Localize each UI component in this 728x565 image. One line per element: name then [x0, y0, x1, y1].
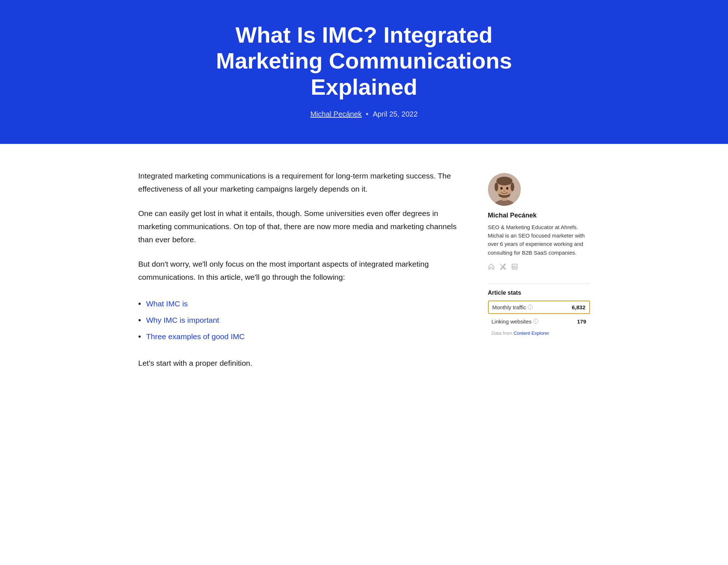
page-title: What Is IMC? Integrated Marketing Commun… [200, 22, 528, 100]
list-item: Three examples of good IMC [138, 328, 459, 345]
hero-meta: Michal Pecánek April 25, 2022 [29, 110, 699, 118]
monthly-traffic-label: Monthly traffic i [492, 304, 533, 310]
monthly-traffic-info-icon[interactable]: i [528, 305, 533, 310]
meta-dot [366, 113, 368, 115]
author-bio: SEO & Marketing Educator at Ahrefs. Mich… [488, 223, 590, 257]
publish-date: April 25, 2022 [373, 110, 417, 118]
linking-websites-row: Linking websites i 179 [488, 315, 590, 327]
author-avatar-image [488, 173, 521, 206]
article-paragraph-1: Integrated marketing communications is a… [138, 169, 459, 195]
article-closing: Let's start with a proper definition. [138, 357, 459, 370]
list-item: What IMC is [138, 295, 459, 312]
monthly-traffic-value: 6,832 [572, 304, 586, 310]
linkedin-icon[interactable] [511, 263, 518, 272]
home-icon[interactable] [488, 263, 495, 272]
article-paragraph-2: One can easily get lost in what it entai… [138, 207, 459, 246]
svg-point-5 [495, 183, 498, 191]
sidebar: Michal Pecánek SEO & Marketing Educator … [488, 169, 590, 381]
article-stats-title: Article stats [488, 290, 590, 296]
svg-point-4 [496, 177, 512, 185]
monthly-traffic-row: Monthly traffic i 6,832 [488, 301, 590, 314]
svg-point-8 [506, 187, 508, 189]
author-link[interactable]: Michal Pecánek [310, 110, 362, 118]
linking-websites-value: 179 [577, 318, 586, 325]
author-name: Michal Pecánek [488, 212, 590, 219]
list-item-link-3[interactable]: Three examples of good IMC [146, 330, 245, 343]
svg-point-6 [511, 183, 514, 191]
article-paragraph-3: But don't worry, we'll only focus on the… [138, 258, 459, 283]
list-item-link-1[interactable]: What IMC is [146, 297, 188, 310]
twitter-icon[interactable] [500, 263, 506, 272]
list-item: Why IMC is important [138, 312, 459, 328]
svg-point-7 [500, 187, 503, 189]
data-source: Data from Content Explorer [488, 330, 590, 336]
content-explorer-link[interactable]: Content Explorer [513, 330, 549, 336]
main-content: Integrated marketing communications is a… [109, 144, 619, 403]
article-body: Integrated marketing communications is a… [138, 169, 459, 381]
author-avatar [488, 173, 521, 206]
linking-websites-label: Linking websites i [492, 318, 538, 325]
linking-websites-info-icon[interactable]: i [533, 319, 538, 324]
list-item-link-2[interactable]: Why IMC is important [146, 314, 219, 327]
hero-section: What Is IMC? Integrated Marketing Commun… [0, 0, 728, 144]
article-list: What IMC is Why IMC is important Three e… [138, 295, 459, 345]
author-social [488, 263, 590, 272]
article-stats: Article stats Monthly traffic i 6,832 Li… [488, 283, 590, 336]
